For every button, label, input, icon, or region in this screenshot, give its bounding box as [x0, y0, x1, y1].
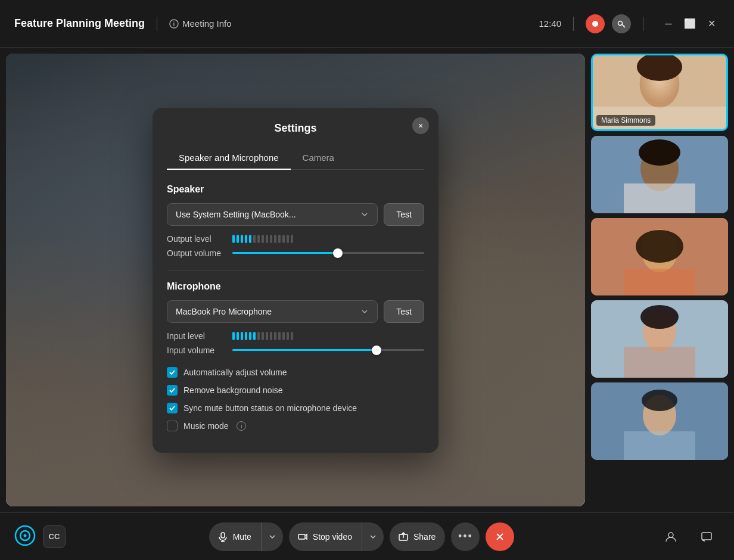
- auto-volume-label: Automatically adjust volume: [184, 368, 287, 377]
- share-action[interactable]: Share: [390, 522, 445, 551]
- chat-icon: [700, 530, 713, 543]
- speaker-select[interactable]: Use System Setting (MacBook...: [167, 203, 378, 226]
- bar: [270, 235, 272, 243]
- microphone-input-level-row: Input level: [167, 331, 424, 341]
- share-main[interactable]: Share: [390, 522, 445, 551]
- bar: [249, 332, 251, 340]
- volume-thumb[interactable]: [333, 248, 343, 258]
- bar: [253, 235, 256, 243]
- svg-point-20: [640, 305, 679, 329]
- close-button[interactable]: ✕: [703, 15, 720, 32]
- microphone-select[interactable]: MacBook Pro Microphone: [167, 300, 378, 323]
- participant-tile-2[interactable]: [591, 136, 728, 213]
- bar: [282, 332, 285, 340]
- svg-text:i: i: [173, 21, 175, 27]
- speaker-section-title: Speaker: [167, 184, 424, 195]
- cc-button[interactable]: CC: [43, 525, 66, 548]
- end-call-button[interactable]: [486, 522, 514, 551]
- bar: [249, 235, 251, 243]
- stop-video-label: Stop video: [313, 532, 352, 542]
- stop-video-action[interactable]: Stop video: [289, 522, 384, 551]
- bar: [245, 235, 247, 243]
- noise-removal-checkbox[interactable]: [167, 385, 178, 396]
- bar: [278, 332, 281, 340]
- bar: [257, 332, 260, 340]
- tab-camera[interactable]: Camera: [291, 147, 346, 170]
- participants-sidebar: Maria Simmons: [591, 48, 734, 512]
- microphone-test-button[interactable]: Test: [384, 300, 424, 323]
- auto-volume-checkbox[interactable]: [167, 367, 178, 378]
- close-icon: ×: [418, 121, 423, 130]
- svg-point-28: [24, 534, 27, 537]
- record-button[interactable]: [586, 14, 605, 33]
- volume-fill: [232, 252, 338, 254]
- maximize-button[interactable]: ⬜: [682, 15, 698, 32]
- video-icon: [297, 531, 308, 542]
- bar: [237, 235, 239, 243]
- volume-thumb[interactable]: [372, 346, 381, 355]
- mute-main[interactable]: Mute: [209, 522, 262, 551]
- svg-rect-25: [624, 431, 695, 460]
- bar: [282, 235, 285, 243]
- share-icon: [398, 531, 409, 542]
- mute-label: Mute: [233, 532, 251, 542]
- svg-rect-16: [636, 230, 683, 263]
- bar: [262, 235, 264, 243]
- speaker-output-volume-row: Output volume: [167, 247, 424, 259]
- output-volume-slider[interactable]: [232, 247, 424, 259]
- stop-video-chevron[interactable]: [362, 522, 384, 551]
- mute-chevron[interactable]: [262, 522, 283, 551]
- speaker-device-row: Use System Setting (MacBook... Test: [167, 203, 424, 226]
- bar: [274, 332, 276, 340]
- speaker-output-level-row: Output level: [167, 234, 424, 244]
- svg-point-12: [639, 139, 680, 166]
- participants-button[interactable]: [658, 524, 684, 550]
- mute-action[interactable]: Mute: [209, 522, 283, 551]
- more-icon: •••: [458, 530, 473, 543]
- toolbar: CC Mute: [0, 512, 734, 560]
- chat-button[interactable]: [693, 524, 720, 550]
- participants-icon: [664, 530, 677, 543]
- tab-speaker-microphone[interactable]: Speaker and Microphone: [167, 147, 291, 170]
- stop-video-main[interactable]: Stop video: [289, 522, 362, 551]
- speaker-test-button[interactable]: Test: [384, 203, 424, 226]
- key-button[interactable]: [612, 14, 631, 33]
- title-bar-right: 12:40 ─ ⬜ ✕: [539, 14, 720, 33]
- participant-tile-4[interactable]: [591, 300, 728, 378]
- video-area: × Settings Speaker and Microphone Camera…: [6, 54, 585, 506]
- main-content: × Settings Speaker and Microphone Camera…: [0, 48, 734, 512]
- chevron-down-icon: [360, 307, 369, 316]
- participant-tile-5[interactable]: [591, 382, 728, 460]
- svg-rect-21: [624, 347, 695, 378]
- meeting-info-button[interactable]: i Meeting Info: [169, 18, 232, 29]
- bar: [291, 235, 293, 243]
- settings-tabs: Speaker and Microphone Camera: [167, 147, 424, 170]
- music-mode-checkbox[interactable]: [167, 421, 178, 431]
- sync-mute-checkbox[interactable]: [167, 403, 178, 413]
- meeting-info-label: Meeting Info: [182, 18, 232, 29]
- bar: [232, 332, 235, 340]
- auto-volume-row: Automatically adjust volume: [167, 367, 424, 378]
- svg-point-37: [668, 533, 673, 537]
- svg-rect-38: [702, 533, 711, 540]
- input-volume-slider[interactable]: [232, 344, 424, 356]
- meeting-time: 12:40: [539, 18, 561, 29]
- svg-point-3: [618, 21, 623, 25]
- svg-rect-32: [298, 534, 305, 539]
- bar: [266, 235, 268, 243]
- more-button[interactable]: •••: [451, 522, 480, 551]
- participant-tile-3[interactable]: [591, 218, 728, 295]
- toolbar-right: [658, 524, 720, 550]
- bar: [266, 332, 268, 340]
- music-mode-info-icon[interactable]: i: [237, 421, 246, 431]
- modal-close-button[interactable]: ×: [412, 117, 429, 134]
- svg-rect-17: [624, 269, 695, 295]
- bar: [287, 332, 289, 340]
- bar: [245, 332, 247, 340]
- participant-tile-1[interactable]: Maria Simmons: [591, 54, 728, 131]
- minimize-button[interactable]: ─: [660, 15, 677, 32]
- title-divider: [157, 17, 157, 31]
- noise-removal-row: Remove background noise: [167, 385, 424, 396]
- settings-modal: × Settings Speaker and Microphone Camera…: [153, 108, 438, 453]
- chevron-down-icon: [269, 533, 276, 540]
